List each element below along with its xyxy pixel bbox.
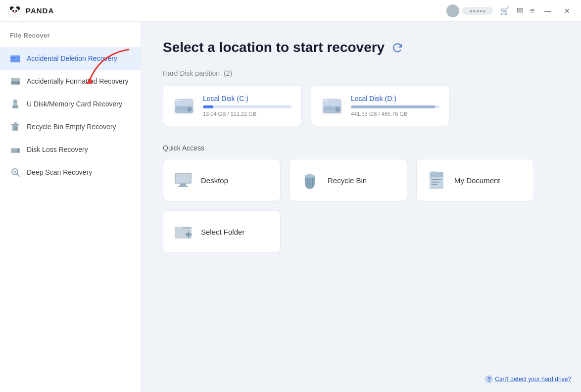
help-link-text[interactable]: Can't detect your hard drive? [495, 376, 571, 383]
svg-rect-16 [12, 105, 18, 108]
svg-rect-35 [176, 102, 179, 103]
panda-logo [8, 4, 22, 18]
hdd-icon [10, 76, 21, 87]
svg-rect-51 [432, 182, 439, 183]
titlebar-right: ●●●●● 🛒 ✉ ≡ — ✕ [446, 4, 573, 17]
quick-card-document[interactable]: My Document [416, 159, 534, 201]
disk-d-name: Local Disk (D:) [351, 95, 439, 102]
svg-rect-19 [14, 122, 17, 124]
minimize-button[interactable]: — [541, 6, 554, 16]
svg-point-25 [18, 149, 19, 150]
page-title-row: Select a location to start recovery [163, 40, 559, 55]
sidebar-item-recycle-bin[interactable]: Recycle Bin Empty Recovery [0, 115, 141, 138]
svg-rect-18 [11, 124, 19, 125]
help-link[interactable]: ? Can't detect your hard drive? [485, 375, 571, 383]
quick-label-desktop: Desktop [201, 176, 228, 185]
disk-d-bar [351, 105, 439, 108]
app-title: PANDA [26, 6, 54, 15]
disk-c-info: Local Disk (C:) 13.04 GB / 111.22 GB [203, 95, 291, 117]
quick-label-document: My Document [454, 176, 500, 185]
user-area: ●●●●● [446, 4, 492, 17]
select-folder-icon [173, 222, 193, 242]
disk-c-bar [203, 105, 291, 108]
svg-rect-43 [176, 174, 191, 183]
sidebar-item-accidentally-formatted[interactable]: Accidentally Formatted Recovery [0, 70, 141, 93]
svg-rect-9 [11, 57, 15, 58]
svg-point-5 [15, 10, 17, 12]
content-area: Select a location to start recovery Hard… [141, 22, 581, 392]
desktop-icon [173, 170, 193, 190]
svg-rect-52 [432, 184, 437, 185]
svg-rect-33 [177, 108, 186, 109]
svg-rect-41 [324, 102, 327, 103]
sidebar-title: File Recover [0, 32, 141, 47]
disk-card-c[interactable]: Local Disk (C:) 13.04 GB / 111.22 GB [163, 85, 302, 126]
quick-access-label: Quick Access [163, 144, 559, 152]
disk-c-icon [173, 95, 195, 117]
svg-rect-45 [178, 186, 188, 187]
cart-icon[interactable]: 🛒 [500, 6, 510, 15]
hard-disk-label: Hard Disk partition (2) [163, 69, 559, 77]
disk-card-d[interactable]: Local Disk (D:) 441.33 GB / 465.76 GB [311, 85, 450, 126]
folder-icon [10, 53, 21, 64]
sidebar-label-udisk: U Disk/Memory Card Recovery [27, 100, 122, 108]
svg-rect-50 [432, 179, 441, 180]
menu-icon[interactable]: ≡ [530, 6, 534, 15]
sidebar-item-disk-loss[interactable]: Disk Loss Recovery [0, 138, 141, 161]
udisk-icon [10, 98, 21, 109]
quick-label-recycle: Recycle Bin [328, 176, 367, 185]
svg-point-47 [305, 174, 315, 178]
svg-rect-34 [176, 100, 181, 101]
sidebar-label-deep-scan: Deep Scan Recovery [27, 168, 92, 176]
quick-access-grid: Desktop Recycle Bin [163, 159, 534, 201]
page-title-text: Select a location to start recovery [163, 40, 385, 55]
svg-point-4 [12, 10, 14, 12]
svg-rect-39 [325, 108, 334, 109]
svg-line-28 [17, 174, 20, 177]
document-icon [427, 170, 446, 190]
refresh-icon[interactable] [391, 42, 403, 53]
sidebar-item-accidental-deletion[interactable]: Accidental Deletion Recovery [0, 47, 141, 70]
quick-card-recycle[interactable]: Recycle Bin [290, 159, 407, 201]
sidebar-label-recycle: Recycle Bin Empty Recovery [27, 123, 116, 131]
titlebar: PANDA ●●●●● 🛒 ✉ ≡ — ✕ [0, 0, 581, 22]
disk-grid: Local Disk (C:) 13.04 GB / 111.22 GB [163, 85, 450, 126]
deep-scan-icon [10, 167, 21, 178]
quick-card-select-folder[interactable]: Select Folder [163, 210, 281, 253]
svg-point-3 [11, 8, 18, 15]
disk-c-fill [203, 105, 213, 108]
recycle-bin-icon [10, 121, 21, 132]
disk-c-size: 13.04 GB / 111.22 GB [203, 111, 291, 117]
disk-d-icon [321, 95, 343, 117]
recycle-bin-quick-icon [300, 170, 320, 190]
titlebar-left: PANDA [8, 4, 54, 18]
svg-point-29 [14, 171, 16, 173]
disk-loss-icon [10, 144, 21, 155]
sidebar-label-disk-loss: Disk Loss Recovery [27, 146, 88, 153]
disk-c-name: Local Disk (C:) [203, 95, 291, 102]
help-icon: ? [485, 375, 493, 383]
select-folder-row: Select Folder [163, 210, 534, 253]
svg-point-12 [17, 82, 19, 84]
sidebar: File Recover Accidental Deletion Recover… [0, 22, 141, 392]
svg-rect-44 [180, 184, 186, 186]
avatar [446, 4, 459, 17]
svg-rect-40 [324, 100, 329, 101]
svg-rect-13 [12, 82, 16, 83]
svg-point-32 [188, 107, 192, 111]
svg-point-26 [18, 151, 19, 152]
svg-point-38 [336, 107, 339, 111]
disk-d-size: 441.33 GB / 465.76 GB [351, 111, 439, 117]
close-button[interactable]: ✕ [561, 6, 573, 16]
main-layout: File Recover Accidental Deletion Recover… [0, 22, 581, 392]
svg-point-6 [14, 11, 16, 12]
sidebar-item-deep-scan[interactable]: Deep Scan Recovery [0, 161, 141, 184]
sidebar-label-accidentally-formatted: Accidentally Formatted Recovery [27, 77, 128, 85]
disk-d-info: Local Disk (D:) 441.33 GB / 465.76 GB [351, 95, 439, 117]
svg-rect-53 [431, 171, 437, 174]
disk-d-fill [351, 105, 435, 108]
quick-card-desktop[interactable]: Desktop [163, 159, 281, 201]
mail-icon[interactable]: ✉ [517, 6, 523, 15]
username: ●●●●● [462, 7, 492, 15]
sidebar-item-udisk[interactable]: U Disk/Memory Card Recovery [0, 93, 141, 115]
